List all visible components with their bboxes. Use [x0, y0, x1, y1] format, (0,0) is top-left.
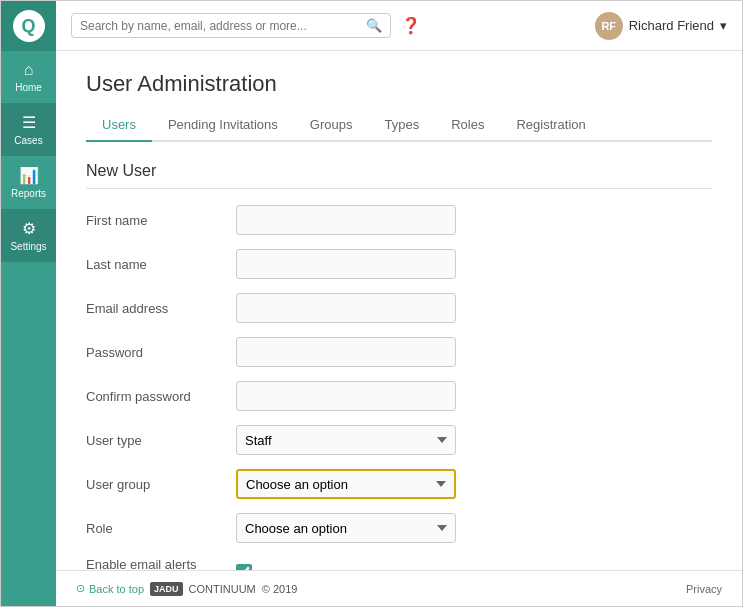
sidebar-item-label-home: Home — [15, 82, 42, 93]
role-label: Role — [86, 521, 236, 536]
tab-roles[interactable]: Roles — [435, 109, 500, 142]
first-name-input[interactable] — [236, 205, 456, 235]
user-type-label: User type — [86, 433, 236, 448]
page-footer: ⊙ Back to top JADU CONTINUUM © 2019 Priv… — [56, 570, 742, 606]
user-menu[interactable]: RF Richard Friend ▾ — [595, 12, 727, 40]
email-input[interactable] — [236, 293, 456, 323]
user-menu-chevron-icon: ▾ — [720, 18, 727, 33]
sidebar-item-home[interactable]: ⌂ Home — [1, 51, 56, 103]
sidebar-item-settings[interactable]: ⚙ Settings — [1, 209, 56, 262]
last-name-label: Last name — [86, 257, 236, 272]
email-alerts-label: Enable email alerts (optional) — [86, 557, 236, 570]
sidebar-item-reports[interactable]: 📊 Reports — [1, 156, 56, 209]
home-icon: ⌂ — [24, 61, 34, 79]
tab-users[interactable]: Users — [86, 109, 152, 142]
user-type-select[interactable]: Staff Admin Guest — [236, 425, 456, 455]
topbar: 🔍 ❓ RF Richard Friend ▾ — [56, 1, 742, 51]
password-group: Password — [86, 337, 712, 367]
section-title: New User — [86, 162, 712, 189]
last-name-input[interactable] — [236, 249, 456, 279]
user-name: Richard Friend — [629, 18, 714, 33]
page-content: User Administration Users Pending Invita… — [56, 51, 742, 570]
role-select[interactable]: Choose an option — [236, 513, 456, 543]
page-title: User Administration — [86, 71, 712, 97]
password-label: Password — [86, 345, 236, 360]
settings-icon: ⚙ — [22, 219, 36, 238]
reports-icon: 📊 — [19, 166, 39, 185]
footer-product: CONTINUUM — [189, 583, 256, 595]
sidebar-item-label-cases: Cases — [14, 135, 42, 146]
first-name-group: First name — [86, 205, 712, 235]
user-group-select[interactable]: Choose an option — [236, 469, 456, 499]
footer-privacy-link[interactable]: Privacy — [686, 583, 722, 595]
user-group-label: User group — [86, 477, 236, 492]
password-input[interactable] — [236, 337, 456, 367]
footer-left: ⊙ Back to top JADU CONTINUUM © 2019 — [76, 582, 297, 596]
tab-pending-invitations[interactable]: Pending Invitations — [152, 109, 294, 142]
sidebar-logo: Q — [1, 1, 56, 51]
footer-copyright: © 2019 — [262, 583, 298, 595]
tabs: Users Pending Invitations Groups Types R… — [86, 109, 712, 142]
tab-registration[interactable]: Registration — [500, 109, 601, 142]
new-user-form: First name Last name Email address Passw… — [86, 205, 712, 570]
confirm-password-group: Confirm password — [86, 381, 712, 411]
avatar: RF — [595, 12, 623, 40]
role-group: Role Choose an option — [86, 513, 712, 543]
app-container: Q ⌂ Home ☰ Cases 📊 Reports ⚙ Settings 🔍 — [0, 0, 743, 607]
back-to-top-icon: ⊙ — [76, 582, 85, 595]
sidebar: Q ⌂ Home ☰ Cases 📊 Reports ⚙ Settings — [1, 1, 56, 606]
search-input[interactable] — [80, 19, 360, 33]
sidebar-item-label-settings: Settings — [10, 241, 46, 252]
email-label: Email address — [86, 301, 236, 316]
first-name-label: First name — [86, 213, 236, 228]
confirm-password-label: Confirm password — [86, 389, 236, 404]
app-logo: Q — [13, 10, 45, 42]
cases-icon: ☰ — [22, 113, 36, 132]
help-icon[interactable]: ❓ — [401, 16, 421, 35]
tab-types[interactable]: Types — [368, 109, 435, 142]
user-type-group: User type Staff Admin Guest — [86, 425, 712, 455]
main-area: 🔍 ❓ RF Richard Friend ▾ User Administrat… — [56, 1, 742, 606]
last-name-group: Last name — [86, 249, 712, 279]
user-group-group: User group Choose an option — [86, 469, 712, 499]
email-group: Email address — [86, 293, 712, 323]
search-box[interactable]: 🔍 — [71, 13, 391, 38]
tab-groups[interactable]: Groups — [294, 109, 369, 142]
sidebar-item-label-reports: Reports — [11, 188, 46, 199]
confirm-password-input[interactable] — [236, 381, 456, 411]
email-alerts-group: Enable email alerts (optional) — [86, 557, 712, 570]
sidebar-item-cases[interactable]: ☰ Cases — [1, 103, 56, 156]
jadu-logo: JADU — [150, 582, 183, 596]
back-to-top-link[interactable]: ⊙ Back to top — [76, 582, 144, 595]
search-icon[interactable]: 🔍 — [366, 18, 382, 33]
